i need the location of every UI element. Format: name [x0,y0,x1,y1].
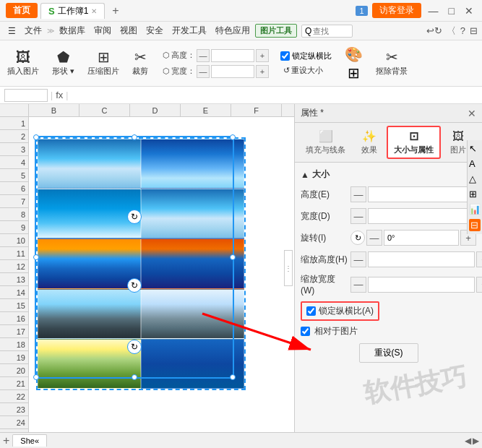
sidebar-chart-icon[interactable]: 📊 [469,204,481,215]
add-tab-button[interactable]: + [108,4,123,17]
reset-size-button[interactable]: ↺ 重设大小 [280,64,332,77]
tab-size-props[interactable]: ⊡ 大小与属性 [387,126,441,159]
sidebar-active-icon[interactable]: ⊟ [469,219,481,231]
menu-icon-collapse[interactable]: ⊟ [470,25,478,36]
tab-icon: S [48,6,55,17]
menu-picture-tools[interactable]: 图片工具 [255,24,297,38]
search-box[interactable]: Q [301,25,353,38]
height-minus-button[interactable]: — [350,186,366,202]
add-sheet-button[interactable]: + [3,434,9,447]
adjust-icon2[interactable]: ⊞ [348,64,360,82]
width-icon: ⬡ [163,66,170,76]
reset-button[interactable]: 重设(S) [359,343,418,363]
tab-fill-line[interactable]: ⬜ 填充与线条 [299,126,352,158]
picture-tab-icon: 🖼 [452,130,464,143]
workbook-tab[interactable]: S 工作簿1 ✕ [40,3,105,19]
minimize-button[interactable]: — [426,5,442,17]
scroll-right-button[interactable]: ▶ [473,436,479,446]
sidebar-triangle-icon[interactable]: △ [469,173,481,184]
row-19: 19 [0,351,28,364]
insert-picture-button[interactable]: 🖼 插入图片 [4,48,42,78]
scale-w-plus-btn[interactable]: + [476,277,482,293]
width-minus-button[interactable]: — [350,208,366,224]
menu-view[interactable]: 视图 [116,23,141,38]
maximize-button[interactable]: □ [446,5,457,17]
home-button[interactable]: 首页 [6,3,38,18]
scale-width-ctrl: — + [350,277,482,293]
menu-features[interactable]: 特色应用 [212,23,254,38]
scale-h-minus-btn[interactable]: — [350,251,366,267]
sidebar-text-icon[interactable]: A [469,158,481,169]
rotation-input[interactable] [384,230,459,246]
menu-file[interactable]: 文件 [21,23,46,38]
fx-button[interactable]: fx [56,90,63,100]
menu-devtools[interactable]: 开发工具 [168,23,210,38]
menu-icon-refresh[interactable]: ↩↻ [426,25,442,36]
rotate-handle-2[interactable]: ↻ [127,278,142,293]
rotation-dial[interactable]: ↻ [350,231,365,245]
menu-icon-nav[interactable]: 〈 [447,25,456,38]
bottom-bar: + She« ◀ ▶ [0,432,482,448]
login-button[interactable]: 访客登录 [372,3,421,18]
menu-icon-help[interactable]: ? [460,25,465,36]
search-input[interactable] [313,27,349,35]
width-prop-input[interactable] [368,208,475,224]
height-prop-ctrl: — + [350,186,482,202]
scale-height-row: 缩放高度(H) — + [301,251,476,267]
width-minus-btn[interactable]: — [197,65,210,78]
lock-ratio-label: 锁定纵横比 [292,51,332,61]
crop-button[interactable]: ✂ 裁剪 [129,48,151,78]
remove-bg-button[interactable]: ✂ 抠除背景 [373,48,410,78]
sidebar-table-icon[interactable]: ⊞ [469,189,481,199]
col-header-b: B [29,104,79,116]
sidebar-cursor-icon[interactable]: ↖ [469,143,481,154]
row-2: 2 [0,130,28,143]
rotation-prop-row: 旋转(I) ↻ — + [301,230,476,246]
menu-hamburger[interactable]: ☰ [4,25,20,38]
scale-w-minus-btn[interactable]: — [350,277,366,293]
tab-name: 工作簿1 [58,5,89,17]
formula-input[interactable] [71,90,478,100]
height-minus-btn[interactable]: — [197,49,210,62]
height-input[interactable] [211,49,254,62]
width-input[interactable] [211,65,254,78]
panel-title: 属性 * [301,107,324,119]
panel-close-button[interactable]: ✕ [468,108,476,119]
menu-data[interactable]: 数据库 [56,23,89,38]
sheet-tab[interactable]: She« [12,434,47,447]
compress-label: 压缩图片 [87,66,119,77]
img-cell-2 [141,139,244,189]
scale-w-input[interactable] [368,277,475,293]
rotate-handle-1[interactable]: ↻ [127,210,142,224]
height-prop-input[interactable] [368,186,475,202]
menu-security[interactable]: 安全 [142,23,167,38]
width-field-group: ⬡ 宽度： — + [163,65,269,78]
row-4: 4 [0,156,28,169]
height-icon: ⬡ [163,51,170,60]
adjust-icon[interactable]: 🎨 [345,46,363,63]
formula-bar: | fx | [0,87,482,104]
height-plus-btn[interactable]: + [256,49,269,62]
relative-checkbox[interactable] [301,327,310,336]
close-button[interactable]: ✕ [462,5,476,17]
menu-review[interactable]: 审阅 [90,23,115,38]
width-plus-btn[interactable]: + [256,65,269,78]
lock-aspect-checkbox[interactable] [306,306,316,316]
name-box[interactable] [4,89,48,102]
scroll-indicator[interactable]: ⋮ [284,250,293,286]
fill-line-icon: ⬜ [319,129,333,143]
row-6: 6 [0,182,28,195]
col-header-c: C [79,104,130,116]
scroll-left-button[interactable]: ◀ [465,436,471,446]
tab-close-icon[interactable]: ✕ [91,7,97,15]
insert-picture-icon: 🖼 [16,50,30,64]
rotation-minus-button[interactable]: — [366,230,382,246]
lock-ratio-checkbox[interactable] [280,51,290,61]
row-11: 11 [0,247,28,260]
shape-button[interactable]: ⬟ 形状 ▾ [49,48,77,78]
rotate-handle-3[interactable]: ↻ [127,340,142,354]
compress-button[interactable]: ⊞ 压缩图片 [85,48,122,78]
tab-effects[interactable]: ✨ 效果 [355,126,384,158]
scale-h-input[interactable] [368,251,475,267]
scale-h-plus-btn[interactable]: + [476,251,482,267]
